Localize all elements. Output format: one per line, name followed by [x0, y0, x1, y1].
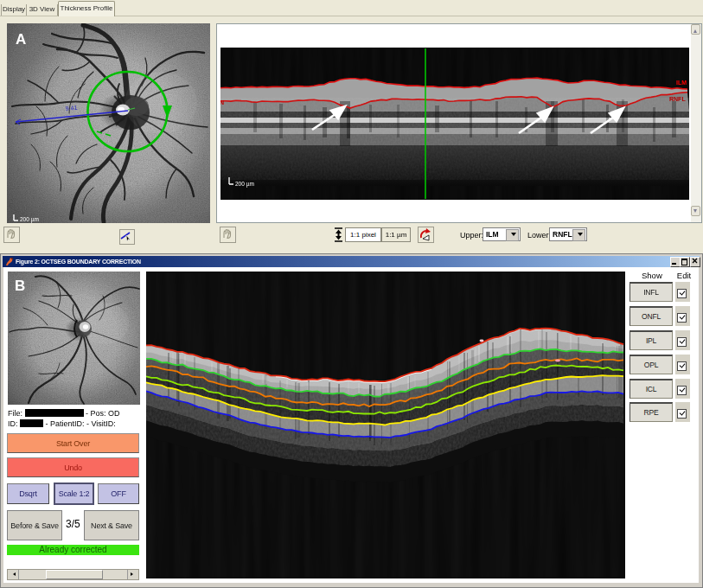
svg-text:200 µm: 200 µm	[20, 216, 39, 223]
svg-text:200 µm: 200 µm	[235, 181, 254, 188]
svg-text:B: B	[15, 278, 25, 294]
svg-text:A: A	[16, 31, 26, 48]
svg-text:RNFL: RNFL	[669, 96, 686, 102]
svg-text:9.41: 9.41	[65, 105, 77, 112]
svg-text:RN: RN	[220, 99, 224, 105]
svg-text:ILM: ILM	[676, 80, 687, 86]
